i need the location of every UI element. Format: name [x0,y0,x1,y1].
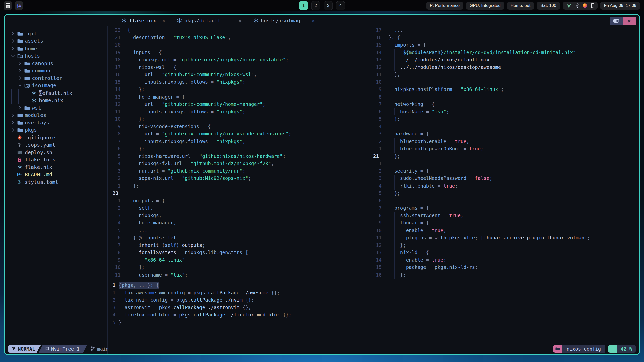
tree-item-pkgs[interactable]: pkgs [5,126,107,134]
close-tab-icon[interactable]: × [238,18,242,24]
close-window-button[interactable]: × [623,17,636,25]
tree-item-hosts[interactable]: hosts [5,52,107,60]
workspace-tags: 1234 [299,1,345,10]
tree-item-isoImage[interactable]: isoImage [5,82,107,89]
code-text: home-manager, [127,219,176,227]
code-token: plugins [406,234,426,242]
code-token: = { [417,204,429,212]
indent-guide [394,145,400,153]
markdown-icon [17,173,25,176]
workspace-tag-1[interactable]: 1 [299,1,308,10]
indent-guide [133,153,139,160]
tree-item-home.nix[interactable]: home.nix [5,97,107,104]
line-number: 11 [370,71,382,78]
folder-icon [17,128,25,132]
indent-guide [389,227,394,234]
workspace-tag-4[interactable]: 4 [336,1,345,10]
code-token: = [162,271,170,279]
code-token: = [165,34,173,41]
tree-indent-guide [11,74,18,82]
chevron-down-icon [18,84,24,87]
tree-item-stylua.toml[interactable]: stylua.toml [5,178,107,186]
code-token: }; [394,190,400,197]
workspace-tag-2[interactable]: 2 [311,1,320,10]
tree-item-flake.lock[interactable]: flake.lock [5,156,107,164]
tree-item-label: home [25,46,37,52]
tab-hosts-isoImag-[interactable]: hosts/isoImag..× [250,15,319,26]
tree-item-README.md[interactable]: README.md [5,171,107,178]
line-number: 18 [108,56,121,64]
line-number: 2 [108,175,121,182]
tree-item-controller[interactable]: controller [5,74,107,82]
code-text: astronvim = pkgs.callPackage ./astronvim… [119,304,251,311]
tree-item-common[interactable]: common [5,67,107,75]
tree-item-overlays[interactable]: overlays [5,119,107,126]
tree-item-deploy.sh[interactable]: deploy.sh [5,149,107,156]
code-text: bluetooth.enable = true; [389,138,469,145]
statusline-right: nixos-config 42 % [553,345,636,353]
indent-guide [389,153,394,160]
indent-guide [119,311,125,319]
code-line: 4firefox-mod-blur = pkgs.callPackage ./f… [108,311,639,319]
line-number: 1 [370,145,382,153]
code-token: home-manager [139,219,173,227]
tree-item-default.nix[interactable]: default.nix [5,89,107,97]
indent-guide [133,264,139,271]
code-line: 15imports = [ [370,41,639,49]
workspace-tag-3[interactable]: 3 [324,1,333,10]
editor-pane-pkgs-default-nix[interactable]: 1{pkgs, ...}: {1tux-awesome-wm-config = … [108,282,639,326]
code-token: "nixpkgs" [217,78,243,86]
tree-item-home[interactable]: home [5,45,107,52]
code-line: 13nix-ld = { [370,249,639,256]
tree-item-modules[interactable]: modules [5,112,107,119]
toggle-button[interactable] [610,17,623,25]
nvim-tree-panel[interactable]: .gitassetshomehostscanopuscommoncontroll… [5,26,107,354]
line-number: 14 [370,49,382,56]
indent-guide [389,234,394,242]
wm-logo-button[interactable]: $W [15,1,23,10]
code-token: . [191,311,193,319]
tree-item-canopus[interactable]: canopus [5,60,107,67]
statusline: NORMAL NvimTree_1 main nixos-config 42 % [8,345,636,353]
code-token: } @ [133,234,145,242]
tree-item-.sops.yaml[interactable]: .sops.yaml [5,141,107,149]
tree-indent-guide [18,89,25,97]
code-token: = [150,304,159,311]
code-line: 15inputs.nixpkgs.follows = "nixpkgs"; [108,78,370,86]
tree-item-wsl[interactable]: wsl [5,104,107,112]
code-token: = [426,264,435,271]
buffer-label: NvimTree_1 [51,346,80,352]
close-tab-icon[interactable]: × [312,18,315,24]
editor-pane-iso-default-nix[interactable]: 17...16}: {15imports = [14"${modulesPath… [370,26,639,279]
indent-guide [119,289,125,297]
tree-item-flake.nix[interactable]: flake.nix [5,163,107,171]
tree-item-.git[interactable]: .git [5,30,107,37]
bluetooth-icon [575,3,579,8]
code-token: = [446,138,455,145]
tree-item-assets[interactable]: assets [5,37,107,45]
editor-pane-flake-nix[interactable]: 22{21description = "tux's NixOS Flake";2… [108,26,370,279]
gear-gray-icon [17,143,25,147]
code-text: forAllSystems = nixpkgs.lib.genAttrs [ [127,249,248,256]
tab-flake-nix[interactable]: flake.nix× [118,15,169,26]
firefox-icon [582,3,587,8]
code-text: nixos-wsl = { [127,64,176,71]
code-line: 11inputs.nixpkgs.follows = "nixpkgs"; [108,108,370,116]
tree-item-.gitignore[interactable]: .gitignore [5,134,107,141]
line-number: 11 [108,108,121,116]
close-tab-icon[interactable]: × [162,18,165,24]
indent-guide [389,249,394,256]
code-token: outputs [182,242,202,249]
indent-guide [389,145,394,153]
indent-guide [127,130,133,138]
code-text: nixpkgs, [127,212,162,219]
code-token: ssh.startAgent [400,212,440,219]
code-token: } [119,319,122,326]
code-token: ; [475,264,478,271]
indent-guide [127,175,133,182]
tab-pkgs-default-[interactable]: pkgs/default ...× [173,15,245,26]
folder-icon [24,61,32,66]
app-launcher-button[interactable] [4,1,12,10]
line-number: 17 [370,26,382,34]
code-text: ]; [127,264,145,271]
